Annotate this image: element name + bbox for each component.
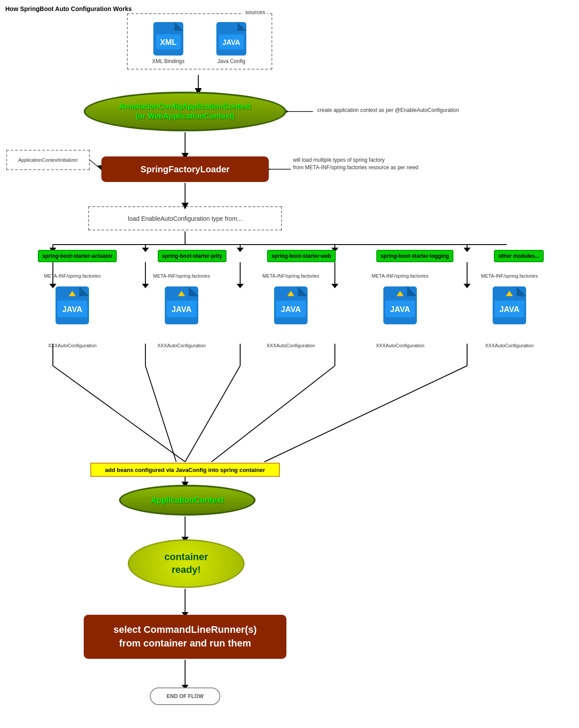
svg-text:XML: XML xyxy=(160,38,177,47)
svg-line-37 xyxy=(264,366,467,462)
annotation-config-text: AnnotationConfigApplicationContext (or W… xyxy=(119,102,251,121)
xxx-4: XXXAutoConfiguration xyxy=(360,343,440,348)
metainf-1: META-INF/spring.factories xyxy=(33,273,112,279)
svg-line-46 xyxy=(90,160,100,169)
svg-text:JAVA: JAVA xyxy=(171,305,191,314)
modules-row: spring-boot-starter-actuator spring-boot… xyxy=(18,250,564,262)
xml-source: XML XML Bindings xyxy=(152,21,185,64)
java-icon-1: JAVA xyxy=(33,286,112,325)
add-beans-text: add beans configured via JavaConfig into… xyxy=(105,467,265,473)
metainf-row: META-INF/spring.factories META-INF/sprin… xyxy=(18,273,564,279)
app-init-text: ApplicationContextInitializer xyxy=(18,157,78,163)
add-beans-banner: add beans configured via JavaConfig into… xyxy=(90,463,280,477)
xml-label: XML Bindings xyxy=(152,58,185,64)
app-context-text: ApplicationContext xyxy=(151,496,224,505)
end-of-flow-box: END OF FLOW xyxy=(150,687,220,705)
sources-label: sources xyxy=(243,9,267,15)
annotation-note: create application context as per @Enabl… xyxy=(317,107,459,114)
svg-text:JAVA: JAVA xyxy=(390,305,410,314)
java-icon-2: JAVA xyxy=(142,286,221,325)
cmdrunner-box: select CommandLineRunner(s) from contain… xyxy=(84,615,286,659)
svg-line-36 xyxy=(212,366,335,462)
java-icon-3: JAVA xyxy=(251,286,330,325)
java-icon-5: JAVA xyxy=(470,286,549,325)
module-jetty: spring-boot-starter-jetty xyxy=(158,250,227,262)
metainf-2: META-INF/spring.factories xyxy=(142,273,221,279)
java-label: Java Config xyxy=(217,58,245,64)
metainf-4: META-INF/spring.factories xyxy=(360,273,440,279)
spring-factory-box: SpringFactoryLoader xyxy=(101,156,269,182)
module-logging: spring-boot-starter-logging xyxy=(376,250,453,262)
java-file-icon-src: JAVA xyxy=(215,21,247,56)
xxx-3: XXXAutoConfiguration xyxy=(251,343,330,348)
xxx-1: XXXAutoConfiguration xyxy=(33,343,112,348)
module-other: other modules... xyxy=(494,250,544,262)
spring-factory-text: SpringFactoryLoader xyxy=(141,164,230,175)
java-icons-row: JAVA JAVA JAVA JAVA xyxy=(18,286,564,325)
svg-text:JAVA: JAVA xyxy=(62,305,82,314)
java-file-4: JAVA xyxy=(382,286,418,325)
metainf-5: META-INF/spring.factories xyxy=(470,273,549,279)
load-box: load EnableAutoConfiguration type from..… xyxy=(88,206,282,230)
page-title: How SpringBoot Auto Configuration Works xyxy=(5,5,132,12)
svg-line-33 xyxy=(53,366,185,462)
container-ready-oval: container ready! xyxy=(128,539,245,588)
module-web: spring-boot-starter-web xyxy=(267,250,335,262)
java-source: JAVA Java Config xyxy=(215,21,247,64)
java-file-5: JAVA xyxy=(492,286,527,325)
java-file-1: JAVA xyxy=(55,286,90,325)
svg-text:JAVA: JAVA xyxy=(223,39,241,46)
app-init-box: ApplicationContextInitializer xyxy=(6,150,90,170)
cmdrunner-text: select CommandLineRunner(s) from contain… xyxy=(113,623,256,650)
svg-text:JAVA: JAVA xyxy=(281,305,301,314)
sources-box: sources XML XML Bindings JAVA Java Confi… xyxy=(127,13,272,70)
svg-line-34 xyxy=(145,366,176,462)
spring-factory-note: will load multiple types of spring facto… xyxy=(293,156,425,171)
svg-line-35 xyxy=(185,366,240,462)
xxx-row: XXXAutoConfiguration XXXAutoConfiguratio… xyxy=(18,343,564,348)
end-of-flow-text: END OF FLOW xyxy=(167,693,204,699)
java-icon-4: JAVA xyxy=(360,286,440,325)
svg-text:JAVA: JAVA xyxy=(499,305,519,314)
java-file-2: JAVA xyxy=(164,286,199,325)
app-context-oval: ApplicationContext xyxy=(119,485,256,516)
annotation-config-oval: AnnotationConfigApplicationContext (or W… xyxy=(84,92,286,131)
xxx-2: XXXAutoConfiguration xyxy=(142,343,221,348)
java-file-3: JAVA xyxy=(273,286,308,325)
module-actuator: spring-boot-starter-actuator xyxy=(38,250,117,262)
container-ready-text: container ready! xyxy=(164,551,208,576)
xxx-5: XXXAutoConfiguration xyxy=(470,343,549,348)
xml-file-icon: XML xyxy=(152,21,184,56)
metainf-3: META-INF/spring.factories xyxy=(251,273,330,279)
load-box-text: load EnableAutoConfiguration type from..… xyxy=(128,215,242,222)
